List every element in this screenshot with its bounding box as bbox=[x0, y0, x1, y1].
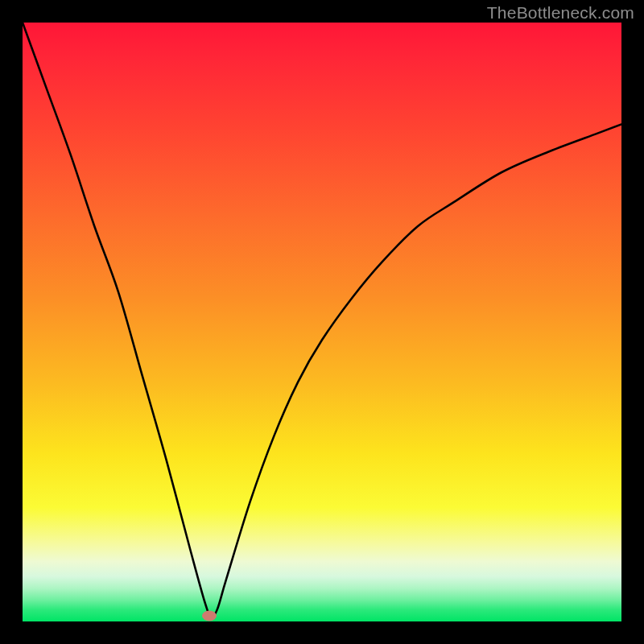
minimum-marker-icon bbox=[202, 611, 217, 621]
watermark-text: TheBottleneck.com bbox=[487, 3, 634, 23]
plot-area bbox=[23, 23, 621, 621]
chart-frame: TheBottleneck.com bbox=[0, 0, 644, 644]
bottleneck-curve bbox=[23, 23, 621, 621]
